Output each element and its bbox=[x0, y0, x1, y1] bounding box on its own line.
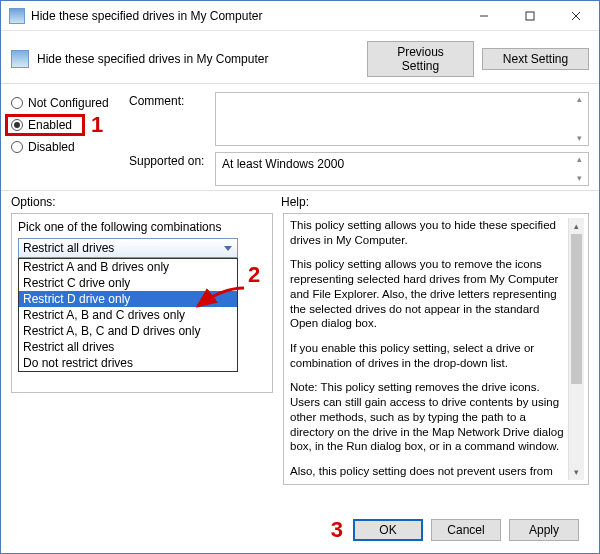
help-paragraph: This policy setting allows you to remove… bbox=[290, 257, 564, 331]
chevron-down-icon bbox=[222, 241, 234, 258]
drive-combo[interactable]: Restrict all drives bbox=[18, 238, 238, 258]
options-caption: Pick one of the following combinations bbox=[18, 220, 266, 234]
options-panel: Pick one of the following combinations R… bbox=[11, 213, 273, 393]
minimize-button[interactable] bbox=[461, 1, 507, 31]
cancel-button[interactable]: Cancel bbox=[431, 519, 501, 541]
policy-icon bbox=[11, 50, 29, 68]
state-radio-group: Not Configured Enabled 1 Disabled bbox=[11, 92, 129, 186]
scroll-arrows: ▴▾ bbox=[572, 95, 586, 143]
combo-option[interactable]: Restrict A, B, C and D drives only bbox=[19, 323, 237, 339]
radio-disabled[interactable]: Disabled bbox=[11, 140, 129, 154]
help-panel: This policy setting allows you to hide t… bbox=[283, 213, 589, 485]
scroll-track[interactable] bbox=[569, 234, 584, 464]
form-column: Comment: ▴▾ Supported on: At least Windo… bbox=[129, 92, 589, 186]
svg-rect-1 bbox=[526, 12, 534, 20]
comment-label: Comment: bbox=[129, 92, 207, 108]
header-row: Hide these specified drives in My Comput… bbox=[1, 31, 599, 84]
help-paragraph: If you enable this policy setting, selec… bbox=[290, 341, 564, 370]
next-setting-button[interactable]: Next Setting bbox=[482, 48, 589, 70]
svg-line-3 bbox=[572, 12, 580, 20]
help-scrollbar[interactable]: ▴ ▾ bbox=[568, 218, 584, 480]
help-text: This policy setting allows you to hide t… bbox=[290, 218, 568, 480]
ok-button[interactable]: OK bbox=[353, 519, 423, 541]
annotation-number-2: 2 bbox=[248, 262, 260, 288]
annotation-arrow-2 bbox=[192, 286, 248, 314]
radio-icon bbox=[11, 97, 23, 109]
scroll-down-icon[interactable]: ▾ bbox=[569, 464, 584, 480]
radio-label: Not Configured bbox=[28, 96, 109, 110]
radio-icon bbox=[11, 141, 23, 153]
titlebar: Hide these specified drives in My Comput… bbox=[1, 1, 599, 31]
close-button[interactable] bbox=[553, 1, 599, 31]
radio-not-configured[interactable]: Not Configured bbox=[11, 96, 129, 110]
app-icon bbox=[9, 8, 25, 24]
previous-setting-button[interactable]: Previous Setting bbox=[367, 41, 474, 77]
help-paragraph: This policy setting allows you to hide t… bbox=[290, 218, 564, 247]
combo-option[interactable]: Do not restrict drives bbox=[19, 355, 237, 371]
supported-on-label: Supported on: bbox=[129, 152, 207, 168]
maximize-button[interactable] bbox=[507, 1, 553, 31]
lower-body: Pick one of the following combinations R… bbox=[11, 213, 589, 507]
svg-marker-4 bbox=[224, 246, 232, 251]
config-area: Not Configured Enabled 1 Disabled Commen… bbox=[1, 84, 599, 191]
policy-title: Hide these specified drives in My Comput… bbox=[37, 52, 359, 66]
combo-option[interactable]: Restrict all drives bbox=[19, 339, 237, 355]
svg-line-2 bbox=[572, 12, 580, 20]
lower-area: Options: Help: Pick one of the following… bbox=[1, 191, 599, 553]
window-title: Hide these specified drives in My Comput… bbox=[31, 9, 461, 23]
options-label: Options: bbox=[11, 195, 281, 209]
supported-on-box: At least Windows 2000 ▴▾ bbox=[215, 152, 589, 186]
scroll-arrows: ▴▾ bbox=[572, 155, 586, 183]
dialog-button-bar: 3 OK Cancel Apply bbox=[11, 507, 589, 553]
apply-button[interactable]: Apply bbox=[509, 519, 579, 541]
radio-label: Disabled bbox=[28, 140, 75, 154]
combo-option[interactable]: Restrict A and B drives only bbox=[19, 259, 237, 275]
help-label: Help: bbox=[281, 195, 309, 209]
annotation-number-1: 1 bbox=[91, 112, 103, 138]
radio-icon bbox=[11, 119, 23, 131]
radio-enabled[interactable]: Enabled 1 bbox=[11, 118, 129, 132]
scroll-up-icon[interactable]: ▴ bbox=[569, 218, 584, 234]
supported-on-value: At least Windows 2000 bbox=[222, 157, 344, 171]
radio-label: Enabled bbox=[28, 118, 72, 132]
scroll-thumb[interactable] bbox=[571, 234, 582, 384]
annotation-number-3: 3 bbox=[331, 517, 343, 543]
comment-textarea[interactable]: ▴▾ bbox=[215, 92, 589, 146]
lower-labels: Options: Help: bbox=[11, 195, 589, 209]
combo-value: Restrict all drives bbox=[23, 241, 114, 255]
help-paragraph: Also, this policy setting does not preve… bbox=[290, 464, 564, 480]
drive-combo-dropdown[interactable]: Restrict A and B drives onlyRestrict C d… bbox=[18, 258, 238, 372]
dialog-window: Hide these specified drives in My Comput… bbox=[0, 0, 600, 554]
help-paragraph: Note: This policy setting removes the dr… bbox=[290, 380, 564, 454]
